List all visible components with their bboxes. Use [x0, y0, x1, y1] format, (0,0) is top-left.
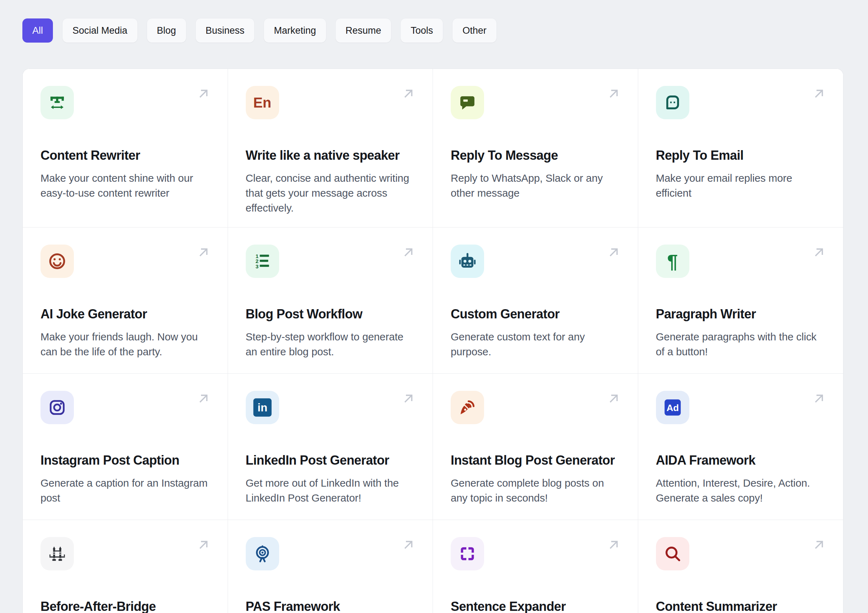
card-description: Make your friends laugh. Now you can be … — [40, 330, 210, 359]
external-link-icon — [197, 87, 211, 101]
card-linkedin-post-generator[interactable]: in LinkedIn Post Generator Get more out … — [228, 374, 433, 520]
card-title: Reply To Message — [451, 148, 620, 163]
card-title: Before-After-Bridge — [40, 599, 210, 613]
card-description: Generate complete blog posts on any topi… — [451, 476, 620, 505]
card-blog-post-workflow[interactable]: 1 2 3 Blog Post Workflow Step-by-step wo… — [228, 228, 433, 374]
filter-resume[interactable]: Resume — [336, 19, 391, 43]
card-title: Reply To Email — [656, 148, 826, 163]
magnifier-icon — [656, 537, 689, 570]
card-paragraph-writer[interactable]: ¶ Paragraph Writer Generate paragraphs w… — [638, 228, 843, 374]
card-title: Content Summarizer — [656, 599, 826, 613]
external-link-icon — [401, 245, 415, 260]
card-title: Instant Blog Post Generator — [451, 452, 620, 468]
card-reply-to-message[interactable]: Reply To Message Reply to WhatsApp, Slac… — [433, 69, 638, 228]
card-description: Make your content shine with our easy-to… — [40, 171, 210, 201]
card-instagram-post-caption[interactable]: Instagram Post Caption Generate a captio… — [23, 374, 228, 520]
external-link-icon — [197, 538, 211, 552]
text-width-icon — [40, 86, 74, 119]
robot-icon — [451, 245, 484, 278]
pilcrow-icon: ¶ — [656, 245, 689, 278]
external-link-icon — [812, 392, 826, 406]
card-description: Make your email replies more efficient — [656, 171, 826, 201]
card-title: AI Joke Generator — [40, 306, 210, 322]
card-description: Attention, Interest, Desire, Action. Gen… — [656, 476, 826, 505]
card-title: Sentence Expander — [451, 599, 620, 613]
card-content-rewriter[interactable]: Content Rewriter Make your content shine… — [23, 69, 228, 228]
card-write-like-a-native-speaker[interactable]: En Write like a native speaker Clear, co… — [228, 69, 433, 228]
linkedin-icon: in — [246, 391, 279, 424]
card-title: PAS Framework — [246, 599, 415, 613]
external-link-icon — [607, 87, 621, 101]
card-title: LinkedIn Post Generator — [246, 452, 415, 468]
chat-dots-icon — [656, 86, 689, 119]
external-link-icon — [401, 87, 415, 101]
external-link-icon — [197, 245, 211, 260]
external-link-icon — [812, 87, 826, 101]
filter-marketing[interactable]: Marketing — [264, 19, 326, 43]
external-link-icon — [401, 538, 415, 552]
card-before-after-bridge[interactable]: Before-After-Bridge — [23, 520, 228, 613]
numbered-list-icon: 1 2 3 — [246, 245, 279, 278]
filter-social-media[interactable]: Social Media — [62, 19, 138, 43]
card-title: Paragraph Writer — [656, 306, 826, 322]
card-title: Custom Generator — [451, 306, 620, 322]
card-title: AIDA Framework — [656, 452, 826, 468]
svg-text:3: 3 — [255, 263, 258, 269]
card-title: Instagram Post Caption — [40, 452, 210, 468]
chat-bubble-icon — [451, 86, 484, 119]
card-description: Reply to WhatsApp, Slack or any other me… — [451, 171, 620, 201]
filter-business[interactable]: Business — [196, 19, 255, 43]
external-link-icon — [812, 538, 826, 552]
external-link-icon — [197, 392, 211, 406]
target-icon — [246, 537, 279, 570]
card-ai-joke-generator[interactable]: AI Joke Generator Make your friends laug… — [23, 228, 228, 374]
card-pas-framework[interactable]: PAS Framework — [228, 520, 433, 613]
external-link-icon — [607, 245, 621, 260]
card-title: Blog Post Workflow — [246, 306, 415, 322]
card-custom-generator[interactable]: Custom Generator Generate custom text fo… — [433, 228, 638, 374]
bridge-icon — [40, 537, 74, 570]
external-link-icon — [401, 392, 415, 406]
external-link-icon — [812, 245, 826, 260]
filter-other[interactable]: Other — [453, 19, 496, 43]
card-title: Content Rewriter — [40, 148, 210, 163]
ad-badge-icon: Ad — [656, 391, 689, 424]
card-description: Clear, concise and authentic writing tha… — [246, 171, 415, 215]
card-instant-blog-post-generator[interactable]: Instant Blog Post Generator Generate com… — [433, 374, 638, 520]
filter-tools[interactable]: Tools — [401, 19, 443, 43]
category-filter-bar: All Social Media Blog Business Marketing… — [22, 19, 496, 43]
card-description: Generate paragraphs with the click of a … — [656, 330, 826, 359]
card-description: Generate a caption for an Instagram post — [40, 476, 210, 505]
card-description: Generate custom text for any purpose. — [451, 330, 620, 359]
pen-broadcast-icon — [451, 391, 484, 424]
external-link-icon — [607, 538, 621, 552]
instagram-icon — [40, 391, 74, 424]
tools-grid: Content Rewriter Make your content shine… — [22, 68, 843, 613]
card-sentence-expander[interactable]: Sentence Expander — [433, 520, 638, 613]
card-description: Step-by-step workflow to generate an ent… — [246, 330, 415, 359]
card-aida-framework[interactable]: Ad AIDA Framework Attention, Interest, D… — [638, 374, 843, 520]
english-language-icon: En — [246, 86, 279, 119]
card-reply-to-email[interactable]: Reply To Email Make your email replies m… — [638, 69, 843, 228]
filter-all[interactable]: All — [22, 19, 53, 43]
svg-text:Ad: Ad — [666, 402, 679, 413]
external-link-icon — [607, 392, 621, 406]
card-description: Get more out of LinkedIn with the Linked… — [246, 476, 415, 505]
card-title: Write like a native speaker — [246, 148, 415, 163]
card-content-summarizer[interactable]: Content Summarizer — [638, 520, 843, 613]
svg-text:in: in — [257, 401, 267, 414]
smiley-icon — [40, 245, 74, 278]
filter-blog[interactable]: Blog — [147, 19, 186, 43]
expand-icon — [451, 537, 484, 570]
